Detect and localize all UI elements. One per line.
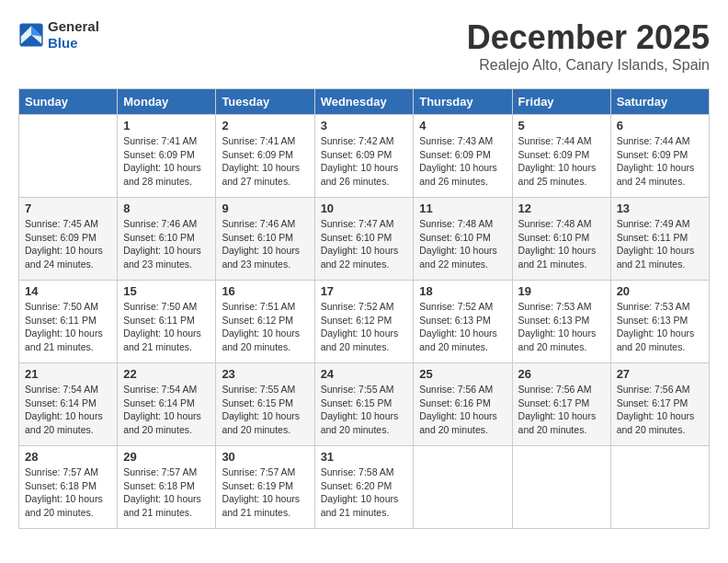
day-cell: 23Sunrise: 7:55 AM Sunset: 6:15 PM Dayli… <box>216 363 314 446</box>
day-cell: 2Sunrise: 7:41 AM Sunset: 6:09 PM Daylig… <box>216 115 314 198</box>
day-cell: 31Sunrise: 7:58 AM Sunset: 6:20 PM Dayli… <box>314 446 414 529</box>
day-info: Sunrise: 7:50 AM Sunset: 6:11 PM Dayligh… <box>123 300 210 354</box>
day-info: Sunrise: 7:41 AM Sunset: 6:09 PM Dayligh… <box>123 134 210 189</box>
day-cell: 25Sunrise: 7:56 AM Sunset: 6:16 PM Dayli… <box>414 363 512 446</box>
day-info: Sunrise: 7:58 AM Sunset: 6:20 PM Dayligh… <box>321 465 408 520</box>
day-cell: 9Sunrise: 7:46 AM Sunset: 6:10 PM Daylig… <box>216 198 314 281</box>
day-cell: 29Sunrise: 7:57 AM Sunset: 6:18 PM Dayli… <box>118 446 216 529</box>
logo-icon <box>18 22 44 48</box>
day-cell <box>414 446 512 529</box>
day-number: 13 <box>617 201 703 215</box>
day-cell: 8Sunrise: 7:46 AM Sunset: 6:10 PM Daylig… <box>118 198 216 281</box>
day-info: Sunrise: 7:57 AM Sunset: 6:19 PM Dayligh… <box>222 465 308 520</box>
day-cell: 30Sunrise: 7:57 AM Sunset: 6:19 PM Dayli… <box>216 446 314 529</box>
day-cell: 1Sunrise: 7:41 AM Sunset: 6:09 PM Daylig… <box>118 115 216 198</box>
day-info: Sunrise: 7:46 AM Sunset: 6:10 PM Dayligh… <box>123 217 210 271</box>
top-bar: General Blue December 2025 Realejo Alto,… <box>18 18 710 81</box>
day-info: Sunrise: 7:55 AM Sunset: 6:15 PM Dayligh… <box>321 383 408 437</box>
weekday-header-saturday: Saturday <box>610 89 709 115</box>
day-cell: 13Sunrise: 7:49 AM Sunset: 6:11 PM Dayli… <box>610 198 709 281</box>
day-cell: 24Sunrise: 7:55 AM Sunset: 6:15 PM Dayli… <box>314 363 414 446</box>
day-number: 18 <box>419 284 506 298</box>
day-number: 26 <box>518 367 605 381</box>
day-cell: 26Sunrise: 7:56 AM Sunset: 6:17 PM Dayli… <box>512 363 610 446</box>
day-cell: 21Sunrise: 7:54 AM Sunset: 6:14 PM Dayli… <box>19 363 118 446</box>
day-cell: 15Sunrise: 7:50 AM Sunset: 6:11 PM Dayli… <box>118 281 216 363</box>
calendar-table: SundayMondayTuesdayWednesdayThursdayFrid… <box>18 88 710 529</box>
day-cell: 16Sunrise: 7:51 AM Sunset: 6:12 PM Dayli… <box>216 281 314 363</box>
day-number: 2 <box>222 119 308 132</box>
day-info: Sunrise: 7:53 AM Sunset: 6:13 PM Dayligh… <box>617 300 703 354</box>
day-info: Sunrise: 7:57 AM Sunset: 6:18 PM Dayligh… <box>123 465 210 520</box>
weekday-header-monday: Monday <box>118 89 216 115</box>
day-info: Sunrise: 7:54 AM Sunset: 6:14 PM Dayligh… <box>123 383 210 437</box>
day-cell: 17Sunrise: 7:52 AM Sunset: 6:12 PM Dayli… <box>314 281 414 363</box>
day-number: 19 <box>518 284 605 298</box>
weekday-header-tuesday: Tuesday <box>216 89 314 115</box>
weekday-header-wednesday: Wednesday <box>314 89 414 115</box>
day-number: 29 <box>123 450 210 464</box>
day-number: 12 <box>518 201 605 215</box>
day-cell: 22Sunrise: 7:54 AM Sunset: 6:14 PM Dayli… <box>118 363 216 446</box>
day-number: 16 <box>222 284 308 298</box>
day-info: Sunrise: 7:41 AM Sunset: 6:09 PM Dayligh… <box>222 134 308 189</box>
week-row-4: 21Sunrise: 7:54 AM Sunset: 6:14 PM Dayli… <box>19 363 710 446</box>
day-number: 1 <box>123 119 210 132</box>
day-number: 23 <box>222 367 308 381</box>
day-number: 25 <box>419 367 506 381</box>
day-number: 15 <box>123 284 210 298</box>
day-cell: 28Sunrise: 7:57 AM Sunset: 6:18 PM Dayli… <box>19 446 118 529</box>
day-number: 20 <box>617 284 703 298</box>
day-cell: 18Sunrise: 7:52 AM Sunset: 6:13 PM Dayli… <box>414 281 512 363</box>
day-info: Sunrise: 7:54 AM Sunset: 6:14 PM Dayligh… <box>25 383 111 437</box>
day-info: Sunrise: 7:52 AM Sunset: 6:12 PM Dayligh… <box>321 300 408 354</box>
week-row-2: 7Sunrise: 7:45 AM Sunset: 6:09 PM Daylig… <box>19 198 710 281</box>
day-cell: 12Sunrise: 7:48 AM Sunset: 6:10 PM Dayli… <box>512 198 610 281</box>
day-info: Sunrise: 7:55 AM Sunset: 6:15 PM Dayligh… <box>222 383 308 437</box>
day-info: Sunrise: 7:43 AM Sunset: 6:09 PM Dayligh… <box>419 134 506 189</box>
day-cell: 19Sunrise: 7:53 AM Sunset: 6:13 PM Dayli… <box>512 281 610 363</box>
day-number: 24 <box>321 367 408 381</box>
day-number: 30 <box>222 450 308 464</box>
day-cell: 11Sunrise: 7:48 AM Sunset: 6:10 PM Dayli… <box>414 198 512 281</box>
day-info: Sunrise: 7:47 AM Sunset: 6:10 PM Dayligh… <box>321 217 408 271</box>
day-number: 9 <box>222 201 308 215</box>
day-cell: 27Sunrise: 7:56 AM Sunset: 6:17 PM Dayli… <box>610 363 709 446</box>
week-row-3: 14Sunrise: 7:50 AM Sunset: 6:11 PM Dayli… <box>19 281 710 363</box>
day-number: 28 <box>25 450 111 464</box>
day-info: Sunrise: 7:42 AM Sunset: 6:09 PM Dayligh… <box>321 134 408 189</box>
day-info: Sunrise: 7:46 AM Sunset: 6:10 PM Dayligh… <box>222 217 308 271</box>
weekday-header-row: SundayMondayTuesdayWednesdayThursdayFrid… <box>19 89 710 115</box>
logo: General Blue <box>18 18 99 52</box>
day-info: Sunrise: 7:52 AM Sunset: 6:13 PM Dayligh… <box>419 300 506 354</box>
day-number: 14 <box>25 284 111 298</box>
day-info: Sunrise: 7:48 AM Sunset: 6:10 PM Dayligh… <box>518 217 605 271</box>
day-number: 22 <box>123 367 210 381</box>
week-row-1: 1Sunrise: 7:41 AM Sunset: 6:09 PM Daylig… <box>19 115 710 198</box>
day-number: 21 <box>25 367 111 381</box>
day-info: Sunrise: 7:56 AM Sunset: 6:16 PM Dayligh… <box>419 383 506 437</box>
month-title: December 2025 <box>467 18 710 57</box>
week-row-5: 28Sunrise: 7:57 AM Sunset: 6:18 PM Dayli… <box>19 446 710 529</box>
day-info: Sunrise: 7:56 AM Sunset: 6:17 PM Dayligh… <box>518 383 605 437</box>
day-cell: 5Sunrise: 7:44 AM Sunset: 6:09 PM Daylig… <box>512 115 610 198</box>
day-cell <box>610 446 709 529</box>
day-info: Sunrise: 7:44 AM Sunset: 6:09 PM Dayligh… <box>518 134 605 189</box>
day-info: Sunrise: 7:44 AM Sunset: 6:09 PM Dayligh… <box>617 134 703 189</box>
day-info: Sunrise: 7:45 AM Sunset: 6:09 PM Dayligh… <box>25 217 111 271</box>
day-number: 6 <box>617 119 703 132</box>
day-cell <box>512 446 610 529</box>
day-number: 7 <box>25 201 111 215</box>
day-cell <box>19 115 118 198</box>
day-number: 8 <box>123 201 210 215</box>
weekday-header-friday: Friday <box>512 89 610 115</box>
day-info: Sunrise: 7:48 AM Sunset: 6:10 PM Dayligh… <box>419 217 506 271</box>
day-number: 3 <box>321 119 408 132</box>
day-info: Sunrise: 7:53 AM Sunset: 6:13 PM Dayligh… <box>518 300 605 354</box>
title-section: December 2025 Realejo Alto, Canary Islan… <box>467 18 710 74</box>
day-cell: 20Sunrise: 7:53 AM Sunset: 6:13 PM Dayli… <box>610 281 709 363</box>
day-cell: 3Sunrise: 7:42 AM Sunset: 6:09 PM Daylig… <box>314 115 414 198</box>
day-info: Sunrise: 7:49 AM Sunset: 6:11 PM Dayligh… <box>617 217 703 271</box>
day-number: 27 <box>617 367 703 381</box>
day-info: Sunrise: 7:50 AM Sunset: 6:11 PM Dayligh… <box>25 300 111 354</box>
